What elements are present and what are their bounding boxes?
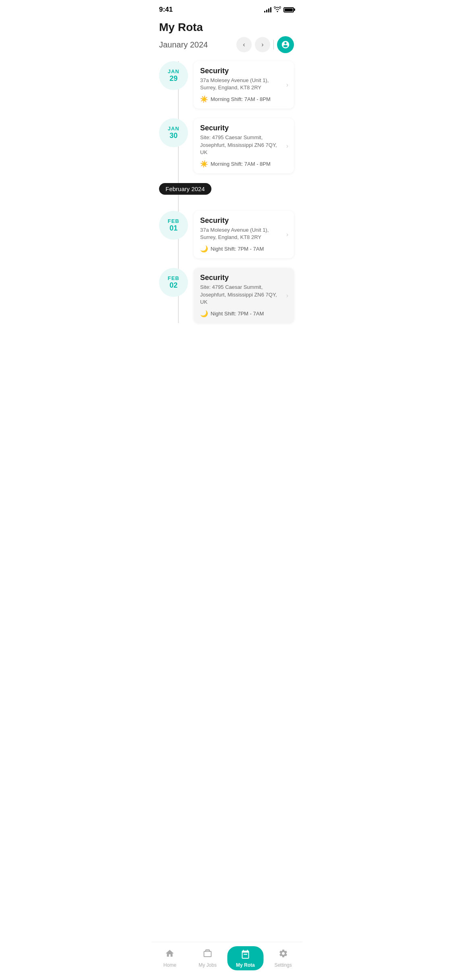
status-icons [264, 6, 294, 13]
shift-label: Morning Shift: 7AM - 8PM [211, 96, 271, 102]
timeline-entry: FEB 01 Security 37a Molesey Avenue (Unit… [159, 211, 294, 258]
entry-address: 37a Molesey Avenue (Unit 1), Surrey, Eng… [200, 77, 288, 91]
shift-label: Morning Shift: 7AM - 8PM [211, 161, 271, 167]
chevron-right-icon: › [286, 81, 288, 89]
month-separator: February 2024 [159, 183, 211, 195]
entry-title: Security [200, 216, 288, 225]
date-badge-feb02: FEB 02 [159, 268, 188, 297]
entry-address: Site: 4795 Caesar Summit, Josephfurt, Mi… [200, 284, 288, 306]
timeline-line-wrap: JAN 29 Security 37a Molesey Avenue (Unit… [159, 61, 294, 323]
entry-card-jan30[interactable]: Security Site: 4795 Caesar Summit, Josep… [194, 118, 294, 173]
avatar-button[interactable] [277, 36, 294, 53]
wifi-icon [274, 6, 281, 13]
current-month-label: Jaunary 2024 [159, 40, 208, 49]
date-badge-jan30: JAN 30 [159, 118, 188, 147]
sun-icon: ☀️ [200, 160, 208, 168]
timeline-entry: FEB 02 Security Site: 4795 Caesar Summit… [159, 268, 294, 323]
entry-card-jan29[interactable]: Security 37a Molesey Avenue (Unit 1), Su… [194, 61, 294, 109]
entry-shift: ☀️ Morning Shift: 7AM - 8PM [200, 160, 288, 168]
divider [273, 40, 274, 49]
header-row: Jaunary 2024 ‹ › [159, 36, 294, 53]
entry-card-feb01[interactable]: Security 37a Molesey Avenue (Unit 1), Su… [194, 211, 294, 258]
timeline-entry: JAN 29 Security 37a Molesey Avenue (Unit… [159, 61, 294, 109]
battery-icon [283, 7, 294, 12]
sun-icon: ☀️ [200, 95, 208, 103]
moon-icon: 🌙 [200, 245, 208, 253]
entry-card-feb02[interactable]: Security Site: 4795 Caesar Summit, Josep… [194, 268, 294, 323]
header: My Rota Jaunary 2024 ‹ › [151, 17, 302, 57]
entry-shift: ☀️ Morning Shift: 7AM - 8PM [200, 95, 288, 103]
entry-title: Security [200, 124, 288, 132]
header-controls: ‹ › [236, 36, 294, 53]
month-separator-wrap: February 2024 [159, 183, 294, 203]
next-month-button[interactable]: › [255, 37, 270, 52]
shift-label: Night Shift: 7PM - 7AM [211, 311, 264, 317]
prev-month-button[interactable]: ‹ [236, 37, 252, 52]
entry-shift: 🌙 Night Shift: 7PM - 7AM [200, 245, 288, 253]
chevron-right-icon: › [286, 292, 288, 299]
shift-label: Night Shift: 7PM - 7AM [211, 246, 264, 252]
date-badge-jan29: JAN 29 [159, 61, 188, 90]
page-title: My Rota [159, 21, 294, 34]
entry-shift: 🌙 Night Shift: 7PM - 7AM [200, 310, 288, 317]
chevron-right-icon: › [286, 231, 288, 238]
timeline-container: JAN 29 Security 37a Molesey Avenue (Unit… [151, 57, 302, 323]
entry-title: Security [200, 274, 288, 282]
entry-address: Site: 4795 Caesar Summit, Josephfurt, Mi… [200, 134, 288, 156]
moon-icon: 🌙 [200, 310, 208, 317]
signal-icon [264, 7, 271, 12]
date-badge-feb01: FEB 01 [159, 211, 188, 240]
status-time: 9:41 [159, 6, 173, 14]
chevron-right-icon: › [286, 142, 288, 150]
timeline-entry: JAN 30 Security Site: 4795 Caesar Summit… [159, 118, 294, 173]
entry-address: 37a Molesey Avenue (Unit 1), Surrey, Eng… [200, 226, 288, 241]
status-bar: 9:41 [151, 0, 302, 17]
entry-title: Security [200, 67, 288, 75]
